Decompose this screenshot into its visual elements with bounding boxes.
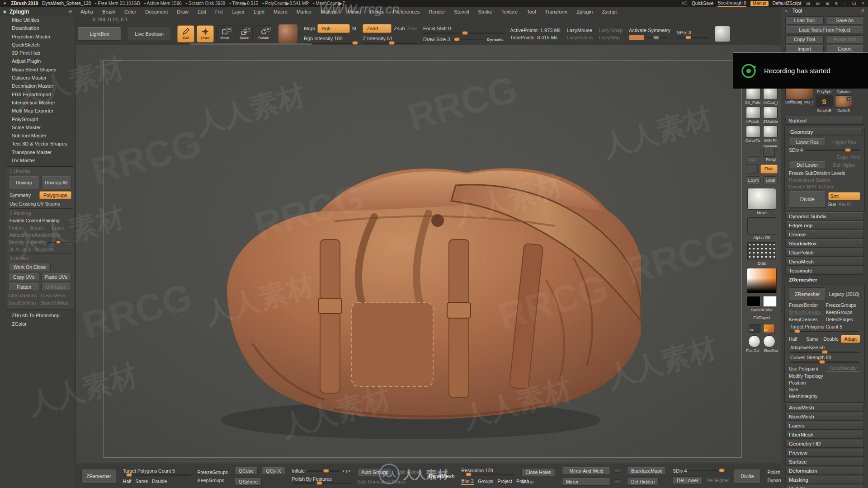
uv-polygroups-toggle[interactable]: Polygroups [39, 191, 72, 199]
use-existing-uv-seams-toggle[interactable]: Use Existing UV Seams [9, 201, 71, 206]
uv-density-slider[interactable]: Density × density [9, 239, 71, 245]
tray-blur-slider[interactable]: Blur 2 [461, 478, 473, 485]
import-button[interactable]: Import [785, 45, 824, 53]
zplugin-item-maya-blend-shapes[interactable]: Maya Blend Shapes [0, 66, 75, 74]
work-on-clone-button[interactable]: Work On Clone [9, 263, 51, 271]
tessimate-section-header[interactable]: Tessimate [785, 267, 864, 275]
tray-auto-groups-button[interactable]: Auto Groups [358, 468, 392, 476]
tray-mirror-weld-axis-toggle[interactable] [615, 469, 620, 473]
flatten-button[interactable]: Flatten [9, 283, 39, 291]
menu-edit[interactable]: Edit [198, 9, 206, 14]
tray-inflate-slider[interactable]: Inflate x y z [292, 468, 351, 474]
zplugin-item-zbrush-to-photoshop[interactable]: ZBrush To Photoshop [0, 311, 75, 319]
menu-texture[interactable]: Texture [501, 9, 518, 14]
zcut-button[interactable]: Zcut [407, 26, 417, 31]
smt-toggle[interactable]: Smt [828, 192, 861, 200]
current-tool-sphere-thumbnail[interactable] [747, 188, 776, 210]
tray-freezegroups-toggle[interactable]: FreezeGroups [198, 469, 228, 475]
tray-resolution-nub[interactable] [466, 473, 472, 476]
spix-slider[interactable]: SPix 3 [677, 30, 708, 38]
uv-protect-button[interactable]: Protect [9, 225, 28, 230]
legacy-2018-toggle[interactable]: Legacy (2018) [828, 291, 861, 297]
masking-section-header[interactable]: Masking [785, 476, 864, 484]
adapt-toggle[interactable]: Adapt [841, 335, 860, 343]
menu-zplugin[interactable]: Zplugin [576, 9, 593, 14]
density-step-4x[interactable]: ×4 [41, 247, 46, 252]
tray-backfacemask-button[interactable]: BackfaceMask [627, 467, 666, 475]
density-step-1[interactable]: 1 [28, 247, 31, 252]
tray-polish-features-nub[interactable] [316, 481, 322, 485]
convert-bpr-to-geo-button[interactable]: Convert BPR To Geo [789, 184, 833, 189]
spix-nub[interactable] [685, 36, 691, 39]
brush-sk-polis-thumbnail[interactable] [746, 88, 760, 100]
switchcolor-button[interactable]: SwitchColor [751, 308, 773, 312]
draw-button[interactable]: Draw [197, 25, 214, 42]
brush-curvetube-thumbnail[interactable] [746, 126, 760, 138]
menu-macro[interactable]: Macro [274, 9, 288, 14]
menu-color[interactable]: Color [124, 9, 136, 14]
persp-toggle[interactable] [763, 148, 775, 157]
copy-tool-button[interactable]: Copy Tool [785, 35, 824, 43]
close-button[interactable]: × [862, 1, 864, 6]
paste-tool-button[interactable]: Paste Tool [826, 35, 864, 43]
claypolish-section-header[interactable]: ClayPolish [785, 249, 864, 257]
density-step-2x[interactable]: ×2 [33, 247, 38, 252]
zplugin-item-multi-map-exporter[interactable]: Multi Map Exporter [0, 107, 75, 115]
curves-strength-nub[interactable] [819, 360, 825, 364]
menu-picker[interactable]: Picker [370, 9, 384, 14]
menu-render[interactable]: Render [429, 9, 445, 14]
geometry-section-header[interactable]: Geometry [787, 128, 863, 136]
del-lower-button[interactable]: Del Lower [789, 161, 826, 169]
uv-density-nub[interactable] [56, 241, 61, 244]
sculpted-duffle-bag-model[interactable] [184, 108, 641, 452]
texture-map-button[interactable] [746, 164, 758, 174]
menu-transform[interactable]: Transform [545, 9, 567, 14]
mrgb-button[interactable]: Mrgb [304, 26, 315, 31]
current-material-thumbnail[interactable] [278, 24, 297, 43]
scale-button[interactable]: S Scale [236, 25, 253, 42]
tray-del-lower-button[interactable]: Del Lower [673, 476, 702, 484]
target-polygons-nub[interactable] [794, 329, 800, 333]
load-tool-button[interactable]: Load Tool [785, 16, 824, 24]
export-button[interactable]: Export [826, 45, 864, 53]
zplugin-item-quicksketch[interactable]: QuickSketch [0, 41, 75, 49]
arraymesh-section-header[interactable]: ArrayMesh [785, 404, 864, 412]
draw-size-nub[interactable] [454, 38, 460, 41]
tray-inflate-nub[interactable] [323, 469, 329, 473]
menu-layer[interactable]: Layer [232, 9, 245, 14]
rgb-intensity-slider[interactable]: Rgb Intensity 100 [304, 36, 356, 44]
activate-symmetry-button[interactable]: Activate Symmetry [629, 28, 670, 33]
subtool-section-header[interactable]: Subtool [785, 117, 864, 125]
detectedges-toggle[interactable]: DetectEdges [826, 317, 861, 322]
live-boolean-button[interactable]: Live Boolean [127, 27, 171, 41]
move-button[interactable]: M Move [216, 25, 233, 42]
zplugin-item-projection-master[interactable]: Projection Master [0, 33, 75, 41]
zplugin-item-polygroupit[interactable]: PolyGroupIt [0, 115, 75, 123]
density-step-8x[interactable]: ×8 [49, 247, 54, 252]
tray-sdiv-nub[interactable] [719, 469, 725, 472]
deformation-section-header[interactable]: Deformation [785, 467, 864, 475]
symmetry-active-swatch[interactable] [629, 35, 644, 40]
tray-same-button[interactable]: Same [136, 479, 148, 484]
menu-draw[interactable]: Draw [177, 9, 189, 14]
suv-toggle[interactable]: Suv [828, 202, 836, 207]
smoothgroups-slider[interactable]: SmoothGroups [789, 309, 824, 315]
tray-polish-by-features-slider[interactable]: Polish By Features [292, 476, 351, 484]
zplugin-item-adjust-plugin[interactable]: Adjust Plugin [0, 57, 75, 65]
tray-dynamic-toggle[interactable]: Dynamic [768, 478, 781, 483]
menus-button[interactable]: Menus [750, 1, 769, 6]
dynamic-draw-size-toggle[interactable]: Dynamic [487, 38, 504, 42]
density-step-4div[interactable]: /4 [16, 247, 19, 252]
tray-groups-toggle[interactable]: Groups [478, 479, 493, 484]
position-header[interactable]: Position [789, 380, 806, 385]
meshintegrity-header[interactable]: MeshIntegrity [789, 394, 817, 399]
floor-toggle[interactable]: Floor [760, 164, 778, 174]
menu-zscript[interactable]: Zscript [602, 9, 617, 14]
tray-project-toggle[interactable]: Project [497, 479, 512, 484]
texture-z7-thumbnail[interactable]: z7 [763, 324, 775, 333]
texture-z4-thumbnail[interactable]: z4 [749, 324, 760, 333]
load-ctrl-map-button[interactable]: LoadCtrlMap [9, 300, 39, 305]
tray-qcube-button[interactable]: QCube [235, 467, 258, 475]
reconstruct-subdiv-button[interactable]: Reconstruct Subdiv [789, 177, 830, 183]
see-through-slider[interactable]: See-through 0 [717, 0, 746, 7]
